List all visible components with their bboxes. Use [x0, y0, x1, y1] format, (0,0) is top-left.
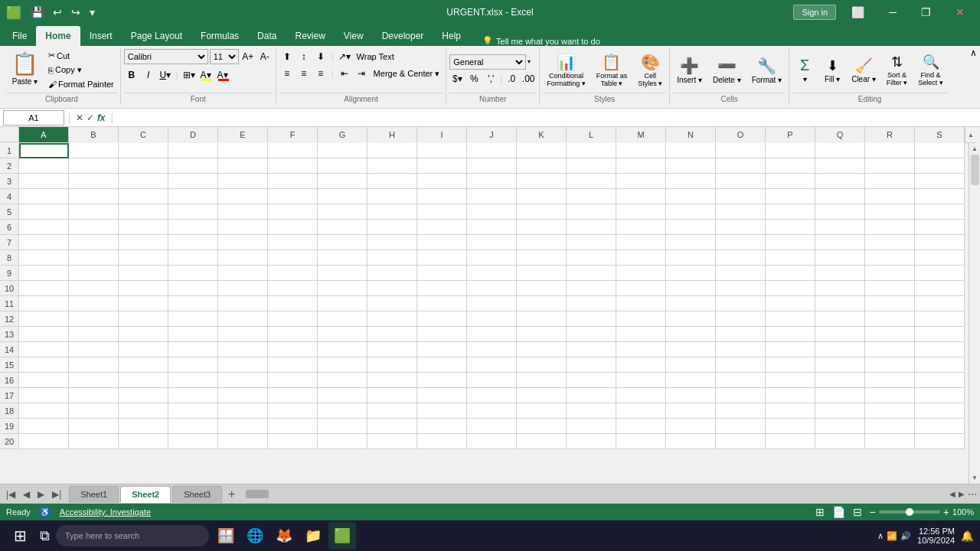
cell-l15[interactable] — [567, 357, 616, 373]
col-header-m[interactable]: M — [616, 127, 666, 142]
cell-s1[interactable] — [915, 143, 965, 158]
cell-h11[interactable] — [368, 296, 417, 311]
cell-g7[interactable] — [318, 235, 368, 250]
cell-a14[interactable] — [19, 342, 69, 357]
cell-k17[interactable] — [517, 388, 567, 403]
cell-f11[interactable] — [268, 296, 318, 311]
cell-r10[interactable] — [865, 281, 915, 296]
cell-i15[interactable] — [417, 357, 467, 373]
cell-a16[interactable] — [19, 373, 69, 388]
cell-f8[interactable] — [268, 250, 318, 266]
format-painter-button[interactable]: 🖌Format Painter — [45, 78, 117, 90]
format-table-button[interactable]: 📋 Format asTable ▾ — [593, 51, 632, 90]
cell-j20[interactable] — [467, 434, 517, 449]
cell-m19[interactable] — [616, 419, 666, 434]
cell-e17[interactable] — [218, 388, 268, 403]
col-header-k[interactable]: K — [517, 127, 567, 142]
cell-l10[interactable] — [567, 281, 616, 296]
cell-h20[interactable] — [368, 434, 417, 449]
cell-r17[interactable] — [865, 388, 915, 403]
font-color-button[interactable]: A▾ — [215, 67, 230, 83]
cell-r19[interactable] — [865, 419, 915, 434]
cell-g20[interactable] — [318, 434, 368, 449]
row-num-1[interactable]: 1 — [0, 143, 19, 158]
sheet-nav-next[interactable]: ▶ — [34, 488, 47, 500]
cell-j1[interactable] — [467, 143, 517, 158]
cell-n20[interactable] — [666, 434, 716, 449]
cell-q13[interactable] — [815, 327, 865, 342]
cell-s10[interactable] — [915, 281, 965, 296]
top-align-button[interactable]: ⬆ — [279, 49, 295, 64]
cell-o4[interactable] — [716, 189, 766, 204]
cell-e13[interactable] — [218, 327, 268, 342]
cell-m9[interactable] — [616, 266, 666, 281]
cell-f1[interactable] — [268, 143, 318, 158]
cell-q12[interactable] — [815, 311, 865, 327]
scroll-track-vertical[interactable] — [969, 155, 981, 472]
fill-color-button[interactable]: A▾ — [198, 67, 214, 83]
cell-a18[interactable] — [19, 403, 69, 419]
col-header-r[interactable]: R — [865, 127, 915, 142]
cell-l14[interactable] — [567, 342, 616, 357]
row-num-5[interactable]: 5 — [0, 204, 19, 220]
cell-o5[interactable] — [716, 204, 766, 220]
cell-e15[interactable] — [218, 357, 268, 373]
cell-b18[interactable] — [69, 403, 119, 419]
currency-button[interactable]: $▾ — [449, 71, 465, 86]
sheet-tab-sheet3[interactable]: Sheet3 — [172, 486, 222, 503]
cell-a9[interactable] — [19, 266, 69, 281]
cell-a15[interactable] — [19, 357, 69, 373]
col-header-b[interactable]: B — [69, 127, 119, 142]
find-select-button[interactable]: 🔍 Find &Select ▾ — [914, 51, 947, 89]
cell-f13[interactable] — [268, 327, 318, 342]
cell-r11[interactable] — [865, 296, 915, 311]
cell-n1[interactable] — [666, 143, 716, 158]
cell-d9[interactable] — [168, 266, 218, 281]
cell-c10[interactable] — [119, 281, 168, 296]
decrease-font-button[interactable]: A- — [257, 49, 273, 64]
cut-button[interactable]: ✂Cut — [45, 49, 117, 62]
cell-h14[interactable] — [368, 342, 417, 357]
cell-h3[interactable] — [368, 174, 417, 189]
cell-m17[interactable] — [616, 388, 666, 403]
cell-c5[interactable] — [119, 204, 168, 220]
sheet-nav-first[interactable]: |◀ — [3, 488, 18, 500]
cell-r20[interactable] — [865, 434, 915, 449]
cell-e5[interactable] — [218, 204, 268, 220]
cell-i17[interactable] — [417, 388, 467, 403]
cell-l17[interactable] — [567, 388, 616, 403]
cell-o18[interactable] — [716, 403, 766, 419]
cell-p5[interactable] — [766, 204, 815, 220]
tab-file[interactable]: File — [3, 26, 36, 46]
cell-e3[interactable] — [218, 174, 268, 189]
underline-button[interactable]: U ▾ — [158, 67, 173, 83]
cell-q9[interactable] — [815, 266, 865, 281]
cell-h16[interactable] — [368, 373, 417, 388]
cell-l19[interactable] — [567, 419, 616, 434]
cell-m3[interactable] — [616, 174, 666, 189]
cell-g13[interactable] — [318, 327, 368, 342]
cell-o6[interactable] — [716, 220, 766, 235]
cell-a17[interactable] — [19, 388, 69, 403]
cell-e4[interactable] — [218, 189, 268, 204]
cell-m20[interactable] — [616, 434, 666, 449]
zoom-in-button[interactable]: + — [943, 506, 949, 518]
cell-k20[interactable] — [517, 434, 567, 449]
orientation-button[interactable]: ↗▾ — [337, 49, 352, 64]
cell-s9[interactable] — [915, 266, 965, 281]
sheet-nav-prev[interactable]: ◀ — [20, 488, 33, 500]
cell-d8[interactable] — [168, 250, 218, 266]
cell-e20[interactable] — [218, 434, 268, 449]
cell-i16[interactable] — [417, 373, 467, 388]
cell-q1[interactable] — [815, 143, 865, 158]
cell-f12[interactable] — [268, 311, 318, 327]
clock[interactable]: 12:56 PM 10/9/2024 — [917, 527, 955, 545]
cell-b10[interactable] — [69, 281, 119, 296]
align-right-button[interactable]: ≡ — [313, 66, 328, 81]
cell-q6[interactable] — [815, 220, 865, 235]
cell-g8[interactable] — [318, 250, 368, 266]
cell-h1[interactable] — [368, 143, 417, 158]
cell-b9[interactable] — [69, 266, 119, 281]
cell-n5[interactable] — [666, 204, 716, 220]
cell-h10[interactable] — [368, 281, 417, 296]
